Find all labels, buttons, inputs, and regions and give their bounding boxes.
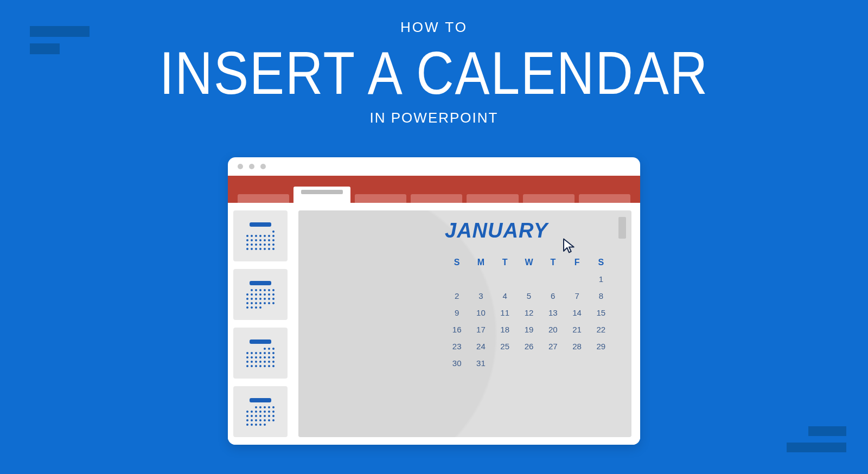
window-button-icon <box>260 164 266 169</box>
calendar-day-cell: 8 <box>589 287 613 304</box>
calendar-day-cell <box>541 271 565 287</box>
ribbon-tab[interactable] <box>579 194 630 203</box>
calendar-month-label: JANUARY <box>445 219 548 242</box>
calendar-day-cell: 9 <box>445 304 469 321</box>
calendar-day-header: T <box>541 254 565 271</box>
calendar-day-cell: 25 <box>493 338 517 355</box>
calendar-day-header: F <box>565 254 589 271</box>
calendar-day-cell <box>589 355 613 371</box>
calendar-day-cell: 22 <box>589 321 613 338</box>
calendar-day-cell: 14 <box>565 304 589 321</box>
calendar-day-cell <box>517 271 541 287</box>
calendar-day-cell: 1 <box>589 271 613 287</box>
calendar-day-cell <box>541 355 565 371</box>
ribbon-bar <box>228 176 640 203</box>
title-main: INSERT A CALENDAR <box>0 39 868 108</box>
calendar-day-cell: 10 <box>469 304 493 321</box>
calendar-day-cell: 31 <box>469 355 493 371</box>
calendar-day-cell: 15 <box>589 304 613 321</box>
ribbon-tab[interactable] <box>467 194 518 203</box>
calendar-day-cell <box>445 271 469 287</box>
calendar-day-header: W <box>517 254 541 271</box>
calendar-day-cell <box>565 271 589 287</box>
calendar-day-cell: 20 <box>541 321 565 338</box>
ribbon-tab[interactable] <box>411 194 462 203</box>
calendar-day-cell: 6 <box>541 287 565 304</box>
slide-stage: JANUARY SMTWTFS 123456789101112131415161… <box>293 203 640 445</box>
slide-thumbnail[interactable] <box>233 386 288 437</box>
calendar-day-cell: 12 <box>517 304 541 321</box>
window-button-icon <box>238 164 243 169</box>
cursor-icon <box>561 238 577 256</box>
calendar-day-header: M <box>469 254 493 271</box>
slide-thumbnail[interactable] <box>233 269 288 320</box>
ribbon-tab[interactable] <box>238 194 289 203</box>
current-slide: JANUARY SMTWTFS 123456789101112131415161… <box>298 210 631 437</box>
calendar-grid: SMTWTFS 12345678910111213141516171819202… <box>445 254 613 371</box>
ribbon-tab[interactable] <box>523 194 575 203</box>
calendar-day-cell: 18 <box>493 321 517 338</box>
work-area: JANUARY SMTWTFS 123456789101112131415161… <box>228 203 640 445</box>
ribbon-tab[interactable] <box>355 194 406 203</box>
slide-thumbnail[interactable] <box>233 328 288 379</box>
decoration-bottom-right <box>787 426 846 452</box>
calendar-day-cell: 16 <box>445 321 469 338</box>
calendar-day-cell: 27 <box>541 338 565 355</box>
calendar-day-header: T <box>493 254 517 271</box>
calendar-day-cell: 4 <box>493 287 517 304</box>
calendar-day-header: S <box>589 254 613 271</box>
ribbon-tab[interactable] <box>293 187 350 203</box>
calendar-day-cell: 7 <box>565 287 589 304</box>
calendar-day-cell <box>565 355 589 371</box>
calendar-day-cell: 23 <box>445 338 469 355</box>
window-button-icon <box>249 164 254 169</box>
calendar-day-cell: 24 <box>469 338 493 355</box>
calendar-day-cell: 19 <box>517 321 541 338</box>
slide-thumbnail-panel <box>228 203 293 445</box>
calendar-day-header: S <box>445 254 469 271</box>
calendar-day-cell <box>493 271 517 287</box>
calendar-day-cell: 3 <box>469 287 493 304</box>
window-titlebar <box>228 157 640 176</box>
calendar-day-cell <box>469 271 493 287</box>
calendar-day-cell: 30 <box>445 355 469 371</box>
calendar-day-cell: 13 <box>541 304 565 321</box>
calendar-day-cell: 29 <box>589 338 613 355</box>
calendar-day-cell: 26 <box>517 338 541 355</box>
page-title: HOW TO INSERT A CALENDAR IN POWERPOINT <box>0 19 868 126</box>
title-eyebrow: HOW TO <box>0 19 868 36</box>
slide-thumbnail[interactable] <box>233 210 288 261</box>
calendar-day-cell: 2 <box>445 287 469 304</box>
calendar-day-cell: 21 <box>565 321 589 338</box>
title-sub: IN POWERPOINT <box>0 110 868 126</box>
calendar-day-cell: 5 <box>517 287 541 304</box>
calendar-day-cell: 17 <box>469 321 493 338</box>
calendar-day-cell: 28 <box>565 338 589 355</box>
powerpoint-window: JANUARY SMTWTFS 123456789101112131415161… <box>228 157 640 445</box>
calendar-day-cell: 11 <box>493 304 517 321</box>
calendar-widget: JANUARY SMTWTFS 123456789101112131415161… <box>445 219 613 371</box>
calendar-day-cell <box>517 355 541 371</box>
calendar-day-cell <box>493 355 517 371</box>
scrollbar-hint <box>618 217 626 239</box>
